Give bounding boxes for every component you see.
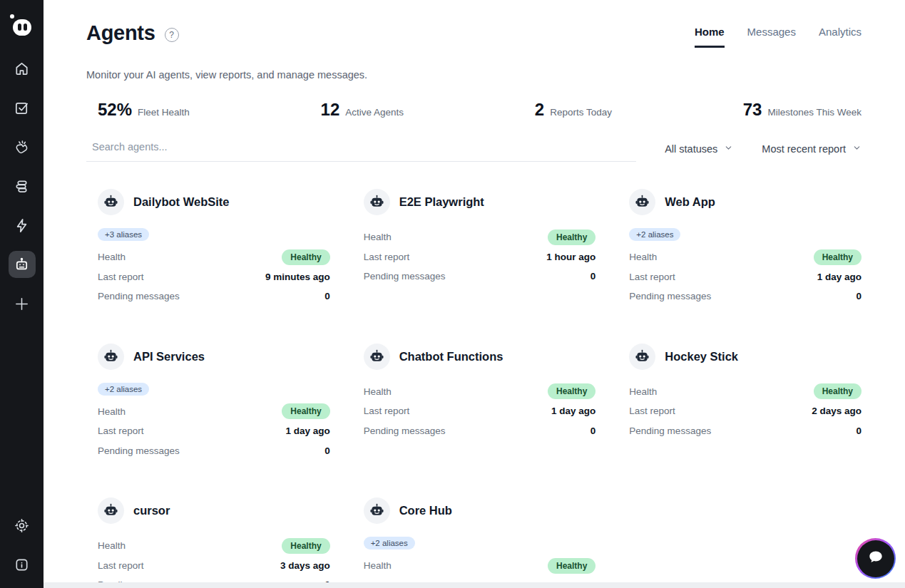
pending-value: 0 [324,291,330,301]
agent-name: Chatbot Functions [399,350,503,363]
last-report-value: 2 days ago [812,406,861,416]
last-report-label: Last report [364,406,410,416]
hand-clap-icon [14,139,30,155]
agent-avatar [629,189,655,215]
health-status-badge: Healthy [548,383,595,399]
robot-face-icon [369,502,385,519]
agent-name: Hockey Stick [665,350,738,363]
robot-face-icon [103,194,119,210]
stat-active-agents: 12 Active Agents [321,100,404,120]
agents-grid: Dailybot WebSite +3 aliases HealthHealth… [86,189,861,588]
sort-dropdown[interactable]: Most recent report [762,143,861,162]
agent-card[interactable]: Core Hub +2 aliases HealthHealthy Last r… [364,497,596,588]
gear-icon [14,517,30,534]
last-report-label: Last report [98,560,144,571]
health-status-badge: Healthy [548,558,595,574]
pending-label: Pending messages [364,271,446,282]
health-status-badge: Healthy [548,229,595,245]
agent-avatar [364,497,390,524]
health-label: Health [98,252,126,262]
health-status-badge: Healthy [814,383,861,399]
last-report-value: 3 days ago [280,560,330,571]
agent-card[interactable]: Dailybot WebSite +3 aliases HealthHealth… [98,189,330,306]
sidebar-item-checkins[interactable] [9,94,36,121]
pending-value: 0 [590,271,596,282]
last-report-label: Last report [98,425,144,436]
agent-name: E2E Playwright [399,195,484,209]
stat-label: Milestones This Week [767,107,861,118]
pending-value: 0 [324,445,330,456]
check-square-icon [14,100,30,116]
page-subtitle: Monitor your AI agents, view reports, an… [86,69,861,81]
pending-label: Pending messages [98,291,180,301]
last-report-value: 1 day ago [551,406,595,416]
sidebar-item-workflows[interactable] [9,212,36,239]
chat-widget-button[interactable] [855,538,896,579]
health-label: Health [364,386,392,397]
robot-face-icon [103,502,119,519]
health-label: Health [364,232,392,242]
health-status-badge: Healthy [282,538,329,554]
tab-home[interactable]: Home [695,26,725,48]
logo-dot [10,14,14,19]
alias-badge: +2 aliases [364,537,415,550]
stat-label: Fleet Health [138,107,190,118]
robot-face-icon [634,194,650,210]
pending-label: Pending messages [364,425,446,436]
agent-card[interactable]: Hockey Stick HealthHealthy Last report2 … [629,344,861,441]
health-label: Health [98,406,126,417]
search-input[interactable] [86,137,636,162]
sidebar-item-home[interactable] [9,55,36,82]
last-report-value: 1 hour ago [546,252,595,262]
page-header: Agents ? Home Messages Analytics [86,0,861,48]
home-icon [14,61,30,77]
agent-card[interactable]: E2E Playwright HealthHealthy Last report… [364,189,596,287]
agent-card[interactable]: Web App +2 aliases HealthHealthy Last re… [629,189,861,306]
dailybot-logo-icon[interactable] [9,14,35,39]
chevron-down-icon [724,143,733,155]
status-filter-dropdown[interactable]: All statuses [665,143,733,162]
sidebar-item-settings[interactable] [9,512,36,539]
tab-bar: Home Messages Analytics [695,21,861,48]
agent-avatar [98,497,124,524]
agent-card[interactable]: cursor HealthHealthy Last report3 days a… [98,497,330,588]
agent-card[interactable]: API Services +2 aliases HealthHealthy La… [98,344,330,461]
main-content: Agents ? Home Messages Analytics Monitor… [44,0,905,588]
stat-label: Active Agents [345,107,404,118]
stats-row: 52% Fleet Health 12 Active Agents 2 Repo… [86,100,861,120]
info-icon [14,557,30,573]
stat-reports-today: 2 Reports Today [535,100,612,120]
tab-analytics[interactable]: Analytics [819,26,861,48]
help-icon[interactable]: ? [165,28,179,42]
sidebar-item-forms[interactable] [9,172,36,200]
stat-milestones: 73 Milestones This Week [743,100,861,120]
agent-card[interactable]: Chatbot Functions HealthHealthy Last rep… [364,344,596,441]
alias-badge: +3 aliases [98,228,149,241]
horizontal-scrollbar[interactable] [44,582,905,588]
sidebar-item-addons[interactable] [9,290,36,317]
tab-messages[interactable]: Messages [747,26,796,48]
status-filter-value: All statuses [665,143,717,155]
agent-avatar [364,344,390,370]
sidebar-item-info[interactable] [9,551,36,578]
alias-badge: +2 aliases [629,228,680,241]
agent-avatar [364,189,390,215]
last-report-value: 1 day ago [285,425,329,436]
pending-label: Pending messages [629,291,711,301]
agent-name: Web App [665,195,715,209]
agent-name: API Services [133,350,205,363]
last-report-value: 1 day ago [817,272,861,282]
health-status-badge: Healthy [282,403,329,419]
robot-face-icon [634,349,650,365]
filters-row: All statuses Most recent report [86,137,861,162]
agent-avatar [98,344,124,370]
sidebar [0,0,44,588]
page-title: Agents [86,21,155,45]
agent-avatar [98,189,124,215]
robot-face-icon [369,194,385,210]
streams-icon [14,178,30,195]
sidebar-item-kudos[interactable] [9,133,36,160]
health-label: Health [629,252,657,262]
sidebar-item-agents[interactable] [9,251,36,278]
last-report-label: Last report [364,252,410,262]
